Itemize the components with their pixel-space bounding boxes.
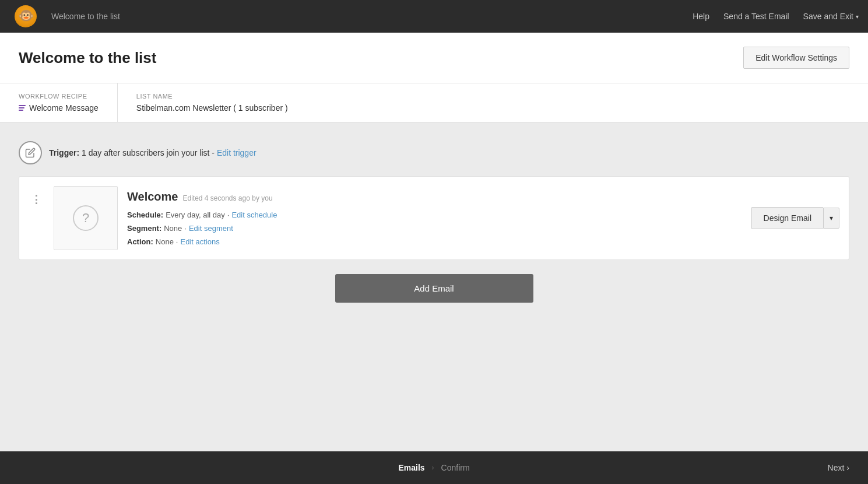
action-value: None: [156, 237, 174, 246]
action-label: Action:: [127, 237, 153, 246]
page-title: Welcome to the list: [19, 49, 156, 67]
step-confirm: Confirm: [441, 463, 470, 472]
nav-actions: Help Send a Test Email Save and Exit ▾: [693, 12, 859, 21]
next-chevron-icon: ›: [846, 463, 849, 472]
email-schedule-row: Schedule: Every day, all day · Edit sche…: [127, 211, 742, 219]
list-name-label: List name: [136, 93, 288, 100]
step-chevron-icon: ›: [432, 464, 434, 472]
drag-handle[interactable]: ⋮: [29, 191, 44, 208]
nav-title: Welcome to the list: [51, 12, 693, 21]
email-card-actions: Design Email ▾: [751, 207, 839, 229]
segment-value: None: [164, 224, 182, 233]
step-emails: Emails: [398, 463, 424, 472]
add-email-button[interactable]: Add Email: [335, 274, 533, 303]
send-test-email-link[interactable]: Send a Test Email: [723, 12, 789, 21]
workflow-recipe-label: Workflow recipe: [19, 93, 99, 100]
list-name-block: List name Stibelman.com Newsletter ( 1 s…: [118, 83, 307, 122]
design-email-dropdown-button[interactable]: ▾: [823, 208, 839, 229]
question-mark-icon: ?: [73, 205, 99, 231]
email-segment-row: Segment: None · Edit segment: [127, 224, 742, 233]
edit-schedule-link[interactable]: Edit schedule: [231, 211, 277, 219]
trigger-row: Trigger: 1 day after subscribers join yo…: [19, 141, 849, 164]
top-navigation: Welcome to the list Help Send a Test Ema…: [0, 0, 868, 33]
edit-actions-link[interactable]: Edit actions: [180, 237, 219, 246]
email-thumbnail: ?: [54, 186, 118, 250]
workflow-meta: Workflow recipe Welcome Message List nam…: [0, 83, 868, 122]
schedule-value: Every day, all day: [166, 211, 225, 219]
workflow-recipe-block: Workflow recipe Welcome Message: [0, 83, 118, 122]
edit-workflow-settings-button[interactable]: Edit Workflow Settings: [743, 47, 849, 69]
segment-label: Segment:: [127, 224, 161, 233]
main-content: Trigger: 1 day after subscribers join yo…: [0, 122, 868, 451]
design-email-button[interactable]: Design Email: [751, 207, 823, 229]
mailchimp-logo: [15, 5, 37, 27]
email-name: Welcome: [127, 190, 178, 204]
logo[interactable]: [9, 5, 42, 27]
list-icon: [19, 105, 26, 111]
edit-trigger-link[interactable]: Edit trigger: [217, 148, 256, 157]
footer-steps: Emails › Confirm: [296, 463, 572, 472]
next-button[interactable]: Next ›: [828, 463, 849, 472]
help-link[interactable]: Help: [693, 12, 709, 21]
trigger-description: Trigger: 1 day after subscribers join yo…: [49, 148, 256, 157]
trigger-value: 1 day after subscribers join your list -: [82, 148, 215, 157]
list-name-value: Stibelman.com Newsletter ( 1 subscriber …: [136, 103, 288, 113]
design-email-dropdown-icon: ▾: [830, 214, 833, 222]
workflow-recipe-value: Welcome Message: [19, 103, 99, 113]
email-details: Welcome Edited 4 seconds ago by you Sche…: [127, 190, 742, 246]
schedule-label: Schedule:: [127, 211, 163, 219]
trigger-icon: [19, 141, 42, 164]
pencil-icon: [25, 148, 36, 158]
page-header: Welcome to the list Edit Workflow Settin…: [0, 33, 868, 83]
email-action-row: Action: None · Edit actions: [127, 237, 742, 246]
trigger-label: Trigger:: [49, 148, 79, 157]
email-card: ⋮ ? Welcome Edited 4 seconds ago by you …: [19, 176, 849, 260]
footer: Emails › Confirm Next ›: [0, 451, 868, 484]
email-edited-text: Edited 4 seconds ago by you: [182, 194, 272, 202]
save-and-exit-button[interactable]: Save and Exit ▾: [803, 12, 859, 21]
add-email-section: Add Email: [19, 274, 849, 303]
edit-segment-link[interactable]: Edit segment: [189, 224, 233, 233]
save-exit-chevron-icon: ▾: [856, 13, 859, 20]
